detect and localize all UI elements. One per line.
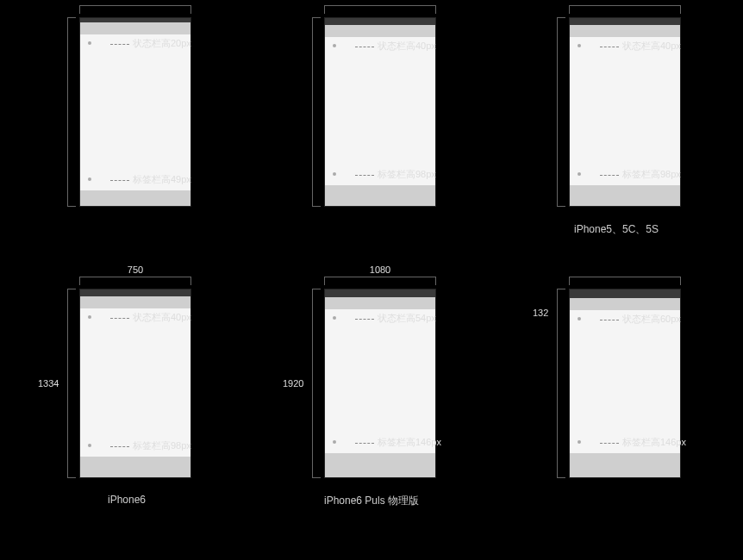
status-bar [570,18,680,25]
tab-callout-text: 标签栏高98px [133,440,191,451]
status-callout-text: 状态栏高40px [622,40,681,51]
tab-callout-text: 标签栏高98px [378,169,436,179]
nav-bar [570,25,680,37]
phone-wrap: 状态栏高40px标签栏高98px [569,17,681,207]
status-callout-text: 状态栏高40px [378,40,436,51]
phone-wrap: 132状态栏高60px标签栏高146px [569,289,681,478]
tab-bar [325,185,435,206]
width-label: 1080 [370,264,390,275]
status-callout-text: 状态栏高54px [378,313,436,323]
device-caption: iPhone6 Puls 物理版 [324,494,419,508]
phone-wrap: 10801920状态栏高54px标签栏高146px [324,289,436,478]
status-callout-text: 状态栏高60px [622,314,681,324]
tab-bar [80,190,190,206]
status-callout: 状态栏高40px [600,40,681,53]
height-ruler [557,289,565,478]
width-ruler [79,5,191,14]
status-callout: 状态栏高54px [355,312,436,325]
status-bar [80,289,190,296]
status-bar [325,289,435,297]
device-cell-2: 状态栏高40px标签栏高98pxiPhone5、5C、5S [498,17,734,280]
width-ruler [79,277,191,285]
nav-bar [325,297,435,309]
device-cell-0: 状态栏高20px标签栏高49px [9,17,245,280]
tab-bar [325,453,435,477]
tab-bar [80,457,190,477]
tab-callout: 标签栏高49px [110,173,191,186]
width-ruler [569,5,681,14]
device-cell-1: 状态栏高40px标签栏高98px [253,17,490,280]
nav-bar [570,298,680,310]
status-bar [570,289,680,298]
phone-wrap: 状态栏高20px标签栏高49px [79,17,191,207]
tab-callout: 标签栏高98px [110,439,191,452]
height-ruler [557,17,565,207]
height-ruler [67,17,76,207]
width-ruler [324,277,436,285]
height-label: 1334 [38,378,59,389]
tab-callout-text: 标签栏高98px [622,169,681,179]
nav-bar [80,296,190,308]
device-cell-5: 132状态栏高60px标签栏高146px [498,289,734,551]
status-callout-text: 状态栏高20px [133,38,191,48]
height-ruler [67,289,76,478]
phone-wrap: 7501334状态栏高40px标签栏高98px [79,289,191,478]
tab-bar [570,185,680,206]
nav-bar [80,22,190,34]
tab-callout: 标签栏高98px [355,168,436,181]
height-label: 132 [533,308,548,318]
width-label: 750 [128,264,143,275]
status-callout: 状态栏高40px [355,40,436,53]
device-cell-4: 10801920状态栏高54px标签栏高146pxiPhone6 Puls 物理… [253,289,490,551]
height-label: 1920 [283,378,303,389]
tab-callout-text: 标签栏高146px [378,437,441,447]
phone-wrap: 状态栏高40px标签栏高98px [324,17,436,207]
tab-callout: 标签栏高146px [355,436,441,449]
device-caption: iPhone5、5C、5S [574,222,659,237]
width-ruler [324,5,436,14]
tab-callout-text: 标签栏高49px [133,174,191,184]
tab-callout-text: 标签栏高146px [622,437,686,447]
height-ruler [312,289,321,478]
tab-bar [570,453,680,477]
height-ruler [312,17,321,207]
tab-callout: 标签栏高98px [600,168,681,181]
status-callout-text: 状态栏高40px [133,312,191,322]
status-callout: 状态栏高20px [110,37,191,50]
tab-callout: 标签栏高146px [600,436,686,449]
status-bar [325,18,435,25]
device-caption: iPhone6 [108,494,146,506]
device-cell-3: 7501334状态栏高40px标签栏高98pxiPhone6 [9,289,245,551]
width-ruler [569,277,681,285]
status-callout: 状态栏高60px [600,313,681,326]
nav-bar [325,25,435,37]
status-callout: 状态栏高40px [110,311,191,324]
